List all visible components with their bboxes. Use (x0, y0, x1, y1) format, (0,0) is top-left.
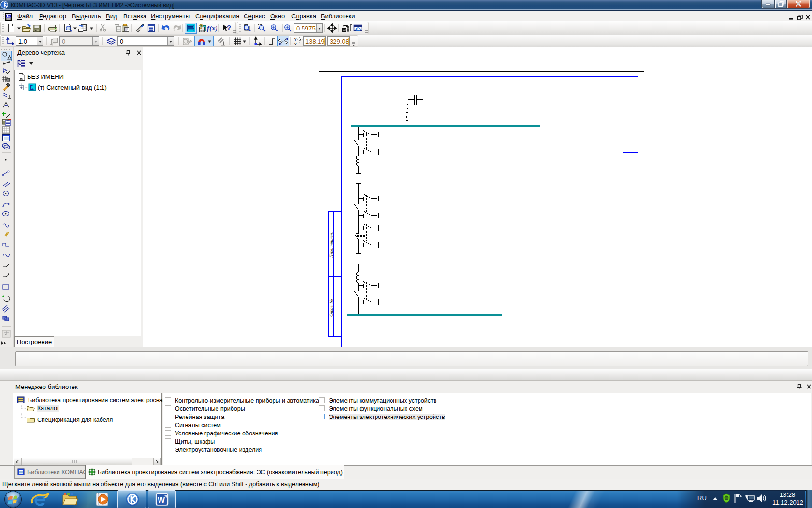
svg-text:x: x (294, 41, 297, 46)
svg-text:f(x): f(x) (207, 24, 218, 32)
svg-text:?: ? (199, 23, 203, 30)
svg-text:?: ? (227, 23, 231, 31)
svg-text:Перв. примен.: Перв. примен. (329, 232, 334, 258)
svg-text:W: W (158, 496, 165, 504)
svg-text:Справ. №: Справ. № (329, 299, 334, 317)
